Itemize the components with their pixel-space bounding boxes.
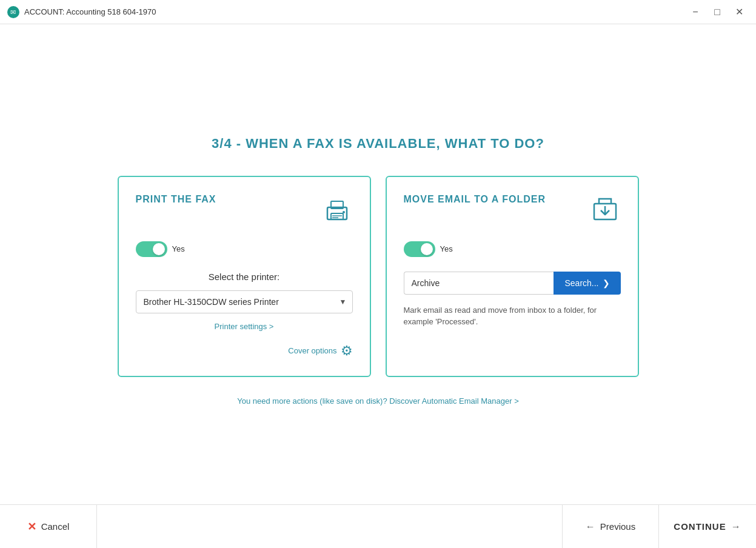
search-row: Search... ❯: [404, 272, 621, 295]
title-bar-left: ✉ ACCOUNT: Accounting 518 604-1970: [7, 6, 156, 18]
select-printer-label: Select the printer:: [136, 272, 353, 282]
print-fax-title: PRINT THE FAX: [136, 194, 216, 205]
cards-row: PRINT THE FAX Yes Select the printer: [118, 176, 639, 377]
print-fax-card: PRINT THE FAX Yes Select the printer: [118, 176, 371, 377]
gear-icon[interactable]: ⚙: [341, 343, 353, 359]
print-toggle[interactable]: [136, 241, 167, 257]
email-toggle-wrap: Yes: [404, 241, 621, 257]
cover-options-label[interactable]: Cover options: [288, 346, 336, 355]
search-arrow-icon: ❯: [603, 278, 610, 288]
arrow-left-icon: ←: [586, 521, 595, 532]
previous-label: Previous: [600, 521, 635, 532]
svg-text:✉: ✉: [10, 8, 16, 16]
email-toggle-label: Yes: [440, 244, 453, 253]
print-toggle-wrap: Yes: [136, 241, 353, 257]
move-email-card-header: MOVE EMAIL TO A FOLDER: [404, 194, 621, 229]
printer-icon: [321, 194, 353, 229]
print-fax-card-header: PRINT THE FAX: [136, 194, 353, 229]
close-button[interactable]: ✕: [729, 5, 749, 19]
printer-select-wrap: Brother HL-3150CDW series Printer ▼: [136, 290, 353, 313]
printer-settings-link[interactable]: Printer settings >: [136, 322, 353, 331]
maximize-button[interactable]: □: [707, 5, 727, 19]
folder-input[interactable]: [404, 272, 554, 295]
svg-rect-2: [331, 213, 343, 219]
window-controls: − □ ✕: [686, 5, 749, 19]
window-title: ACCOUNT: Accounting 518 604-1970: [24, 7, 156, 16]
discover-link[interactable]: You need more actions (like save on disk…: [237, 396, 519, 406]
move-email-title: MOVE EMAIL TO A FOLDER: [404, 194, 546, 205]
footer: ✕ Cancel ← Previous CONTINUE →: [0, 504, 756, 548]
cancel-label: Cancel: [41, 521, 70, 532]
main-content: 3/4 - WHEN A FAX IS AVAILABLE, WHAT TO D…: [0, 24, 756, 504]
app-icon: ✉: [7, 6, 19, 18]
search-button[interactable]: Search... ❯: [554, 272, 620, 295]
previous-button[interactable]: ← Previous: [562, 505, 659, 549]
arrow-right-icon: →: [731, 521, 741, 532]
cover-options-row: Cover options ⚙: [136, 343, 353, 359]
step-title: 3/4 - WHEN A FAX IS AVAILABLE, WHAT TO D…: [212, 136, 544, 152]
svg-point-4: [343, 211, 345, 213]
cancel-x-icon: ✕: [27, 520, 36, 533]
minimize-button[interactable]: −: [686, 5, 705, 19]
inbox-folder-icon: [589, 194, 621, 229]
cancel-button[interactable]: ✕ Cancel: [0, 505, 97, 549]
search-button-label: Search...: [564, 278, 598, 288]
move-email-description: Mark email as read and move from inbox t…: [404, 304, 621, 328]
move-email-card: MOVE EMAIL TO A FOLDER Yes Search: [386, 176, 639, 377]
continue-label: CONTINUE: [674, 521, 726, 532]
title-bar: ✉ ACCOUNT: Accounting 518 604-1970 − □ ✕: [0, 0, 756, 24]
printer-select[interactable]: Brother HL-3150CDW series Printer: [136, 290, 353, 313]
email-toggle[interactable]: [404, 241, 435, 257]
continue-button[interactable]: CONTINUE →: [659, 505, 756, 549]
print-toggle-label: Yes: [172, 244, 185, 253]
